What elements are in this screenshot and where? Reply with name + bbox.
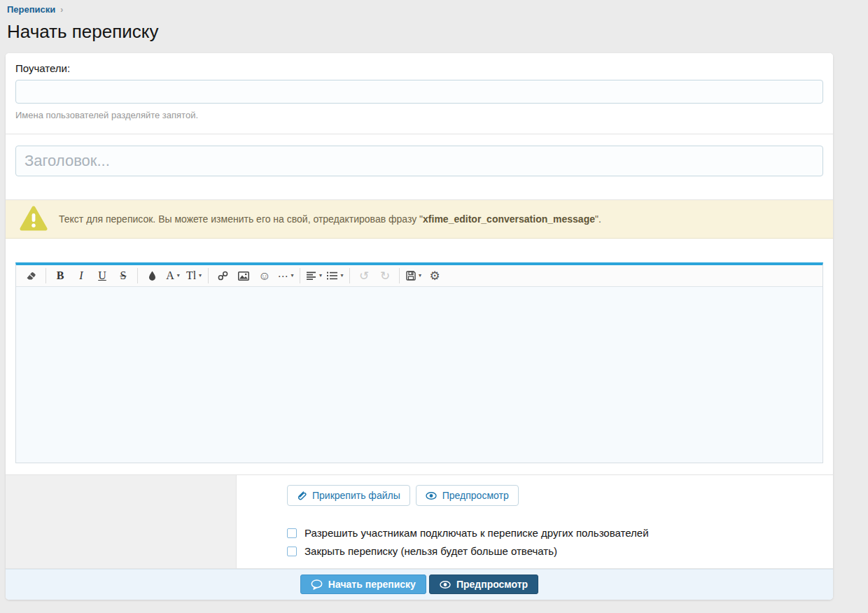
toolbar-separator xyxy=(349,268,350,283)
chevron-down-icon: ▾ xyxy=(199,273,202,279)
ellipsis-icon: ⋯ xyxy=(277,271,288,281)
alignment-button[interactable]: ▾ xyxy=(304,267,325,285)
chevron-down-icon: ▾ xyxy=(340,273,343,279)
checkbox-lock-conversation[interactable] xyxy=(287,547,297,556)
align-left-icon xyxy=(307,272,316,280)
control-label-column xyxy=(6,475,237,568)
droplet-icon xyxy=(148,271,156,281)
recipients-section: Поучатели: Имена пользователей разделяйт… xyxy=(6,53,833,134)
editor-toolbar: B I U S A ▾ xyxy=(16,265,822,287)
eraser-icon xyxy=(26,271,37,281)
undo-icon: ↺ xyxy=(359,270,369,282)
floppy-disk-icon xyxy=(406,271,416,281)
eye-icon xyxy=(440,581,451,589)
breadcrumb-separator: › xyxy=(60,5,63,15)
link-icon xyxy=(218,271,228,281)
controls-section: Прикрепить файлы Предпросмотр Разрешить … xyxy=(6,475,833,569)
checkbox-allow-invite[interactable] xyxy=(287,528,297,538)
toolbar-separator xyxy=(399,268,400,283)
bold-button[interactable]: B xyxy=(50,267,71,285)
recipients-label: Поучатели: xyxy=(15,62,823,74)
subject-section xyxy=(6,134,833,200)
italic-button[interactable]: I xyxy=(71,267,92,285)
image-icon xyxy=(238,272,249,281)
insert-link-button[interactable] xyxy=(212,267,233,285)
gear-icon: ⚙ xyxy=(429,270,440,282)
chevron-down-icon: ▾ xyxy=(419,273,421,279)
recipients-input[interactable] xyxy=(15,80,823,104)
redo-button: ↻ xyxy=(374,267,396,285)
submit-bar: Начать переписку Предпросмотр xyxy=(6,569,833,600)
option-allow-invite[interactable]: Разрешить участникам подключать к перепи… xyxy=(287,527,819,539)
option-lock-conversation[interactable]: Закрыть переписку (нельзя будет больше о… xyxy=(287,545,819,557)
smilies-button[interactable]: ☺ xyxy=(254,267,275,285)
chevron-down-icon: ▾ xyxy=(177,273,180,279)
attach-row: Прикрепить файлы Предпросмотр xyxy=(287,485,819,506)
preview-button-top[interactable]: Предпросмотр xyxy=(416,485,519,506)
redo-icon: ↻ xyxy=(380,270,390,282)
eye-icon xyxy=(426,492,437,500)
subject-input[interactable] xyxy=(15,146,823,176)
editor-settings-button[interactable]: ⚙ xyxy=(424,267,445,285)
paperclip-icon xyxy=(297,491,307,500)
text-color-button[interactable] xyxy=(141,267,162,285)
undo-button: ↺ xyxy=(354,267,374,285)
speech-bubble-icon xyxy=(311,579,323,590)
control-content-column: Прикрепить файлы Предпросмотр Разрешить … xyxy=(237,475,833,568)
editor-body[interactable] xyxy=(16,287,822,463)
option-allow-invite-label: Разрешить участникам подключать к перепи… xyxy=(304,527,649,539)
font-size-button[interactable]: Tl ▾ xyxy=(183,267,204,285)
list-icon xyxy=(327,272,337,280)
notice-text: Текст для переписок. Вы можете изменить … xyxy=(59,213,601,226)
font-family-button[interactable]: A ▾ xyxy=(162,267,183,285)
toolbar-separator xyxy=(300,268,300,283)
underline-button[interactable]: U xyxy=(92,267,113,285)
start-conversation-button[interactable]: Начать переписку xyxy=(300,575,426,594)
drafts-button[interactable]: ▾ xyxy=(403,267,424,285)
attach-files-button[interactable]: Прикрепить файлы xyxy=(287,485,410,506)
notice-phrase: xfime_editor_conversation_message xyxy=(423,213,595,225)
remove-format-button[interactable] xyxy=(21,267,42,285)
preview-button-bottom[interactable]: Предпросмотр xyxy=(429,575,538,594)
option-lock-conversation-label: Закрыть переписку (нельзя будет больше о… xyxy=(304,545,557,557)
more-options-button[interactable]: ⋯ ▾ xyxy=(275,267,296,285)
page-title: Начать переписку xyxy=(7,21,861,42)
notice-banner: Текст для переписок. Вы можете изменить … xyxy=(6,200,833,239)
strikethrough-button[interactable]: S xyxy=(113,267,134,285)
toolbar-separator xyxy=(208,268,209,283)
insert-image-button[interactable] xyxy=(233,267,254,285)
chevron-down-icon: ▾ xyxy=(290,273,293,279)
start-conversation-form: Поучатели: Имена пользователей разделяйт… xyxy=(6,53,833,600)
list-button[interactable]: ▾ xyxy=(325,267,346,285)
rich-text-editor: B I U S A ▾ xyxy=(15,262,823,463)
recipients-hint: Имена пользователей разделяйте запятой. xyxy=(15,110,823,120)
toolbar-separator xyxy=(137,268,138,283)
warning-icon xyxy=(20,206,48,232)
breadcrumb-link-conversations[interactable]: Переписки xyxy=(7,4,55,15)
editor-section: B I U S A ▾ xyxy=(6,239,833,475)
breadcrumb: Переписки› xyxy=(0,0,868,15)
toolbar-separator xyxy=(46,268,46,283)
chevron-down-icon: ▾ xyxy=(319,273,322,279)
conversation-options: Разрешить участникам подключать к перепи… xyxy=(287,527,819,557)
